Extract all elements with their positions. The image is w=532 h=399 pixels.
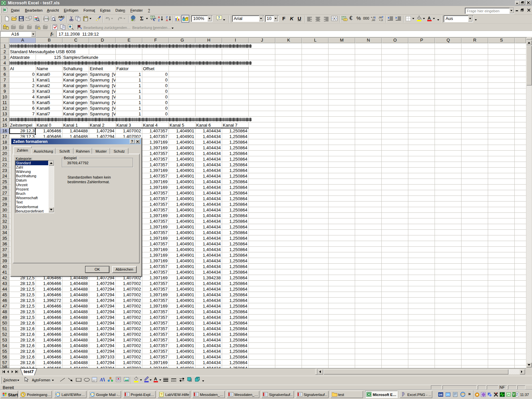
- svg-text:A: A: [166, 19, 168, 21]
- svg-text:A: A: [154, 376, 157, 381]
- svg-text:Z: Z: [158, 19, 160, 21]
- svg-text:A: A: [183, 16, 185, 19]
- svg-text:Σ: Σ: [140, 16, 143, 21]
- svg-text:+,0: +,0: [379, 19, 383, 21]
- svg-text:DE: DE: [439, 393, 443, 396]
- svg-text:A: A: [428, 16, 431, 21]
- svg-text:?: ?: [218, 16, 220, 20]
- svg-text:€: €: [153, 18, 155, 21]
- svg-text:,00: ,00: [371, 19, 375, 21]
- svg-text:V: V: [513, 393, 515, 396]
- svg-text:A: A: [100, 377, 103, 382]
- svg-text:a: a: [333, 17, 335, 20]
- svg-text:2: 2: [516, 393, 518, 396]
- svg-text:?: ?: [160, 392, 163, 396]
